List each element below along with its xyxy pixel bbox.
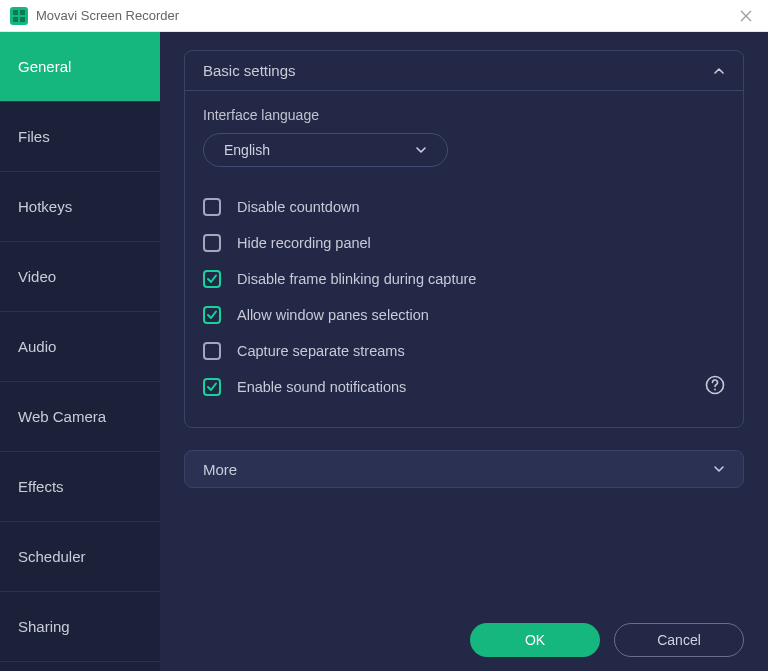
sidebar-item-label: Sharing: [18, 618, 70, 635]
panel-title: More: [203, 461, 237, 478]
panel-title: Basic settings: [203, 62, 296, 79]
close-icon[interactable]: [734, 4, 758, 28]
checkbox-row[interactable]: Allow window panes selection: [203, 297, 725, 333]
sidebar-item-label: Hotkeys: [18, 198, 72, 215]
checkbox-label: Disable frame blinking during capture: [237, 271, 476, 287]
basic-settings-panel: Basic settings Interface language Englis…: [184, 50, 744, 428]
sidebar-item-label: Video: [18, 268, 56, 285]
language-label: Interface language: [203, 107, 725, 123]
ok-button-label: OK: [525, 632, 545, 648]
app-icon: [10, 7, 28, 25]
checkbox[interactable]: [203, 342, 221, 360]
svg-rect-1: [20, 10, 25, 15]
sidebar-item-label: Files: [18, 128, 50, 145]
checkbox-row[interactable]: Hide recording panel: [203, 225, 725, 261]
sidebar-item-label: Web Camera: [18, 408, 106, 425]
basic-settings-body: Interface language English Disable count…: [185, 91, 743, 427]
checkbox-row[interactable]: Enable sound notifications: [203, 369, 725, 405]
sidebar-item-video[interactable]: Video: [0, 242, 160, 312]
chevron-down-icon: [713, 463, 725, 475]
sidebar-item-effects[interactable]: Effects: [0, 452, 160, 522]
checkbox-label: Hide recording panel: [237, 235, 371, 251]
sidebar-item-general[interactable]: General: [0, 32, 160, 102]
checkbox[interactable]: [203, 198, 221, 216]
checkbox[interactable]: [203, 306, 221, 324]
checkbox-label: Capture separate streams: [237, 343, 405, 359]
checkbox-row[interactable]: Disable frame blinking during capture: [203, 261, 725, 297]
sidebar-item-scheduler[interactable]: Scheduler: [0, 522, 160, 592]
checkbox[interactable]: [203, 270, 221, 288]
sidebar-item-files[interactable]: Files: [0, 102, 160, 172]
sidebar-item-label: Effects: [18, 478, 64, 495]
svg-rect-0: [13, 10, 18, 15]
checkbox-row[interactable]: Capture separate streams: [203, 333, 725, 369]
language-value: English: [224, 142, 270, 158]
sidebar-item-label: Scheduler: [18, 548, 86, 565]
checkbox[interactable]: [203, 234, 221, 252]
svg-rect-2: [13, 17, 18, 22]
sidebar-item-web-camera[interactable]: Web Camera: [0, 382, 160, 452]
help-icon[interactable]: [705, 375, 725, 399]
content-area: Basic settings Interface language Englis…: [160, 32, 768, 671]
preferences-window: Movavi Screen Recorder General Files Hot…: [0, 0, 768, 671]
sidebar-item-label: General: [18, 58, 71, 75]
chevron-down-icon: [415, 144, 427, 156]
sidebar: General Files Hotkeys Video Audio Web Ca…: [0, 32, 160, 671]
ok-button[interactable]: OK: [470, 623, 600, 657]
basic-settings-header[interactable]: Basic settings: [185, 51, 743, 91]
chevron-up-icon: [713, 65, 725, 77]
window-title: Movavi Screen Recorder: [36, 8, 734, 23]
svg-rect-3: [20, 17, 25, 22]
checkbox[interactable]: [203, 378, 221, 396]
more-panel[interactable]: More: [184, 450, 744, 488]
sidebar-item-hotkeys[interactable]: Hotkeys: [0, 172, 160, 242]
checkbox-label: Enable sound notifications: [237, 379, 406, 395]
cancel-button[interactable]: Cancel: [614, 623, 744, 657]
sidebar-item-label: Audio: [18, 338, 56, 355]
language-dropdown[interactable]: English: [203, 133, 448, 167]
svg-point-5: [714, 389, 716, 391]
checkbox-label: Disable countdown: [237, 199, 360, 215]
cancel-button-label: Cancel: [657, 632, 701, 648]
titlebar: Movavi Screen Recorder: [0, 0, 768, 32]
footer: OK Cancel: [184, 609, 744, 657]
sidebar-item-audio[interactable]: Audio: [0, 312, 160, 382]
checkbox-label: Allow window panes selection: [237, 307, 429, 323]
checkbox-row[interactable]: Disable countdown: [203, 189, 725, 225]
sidebar-item-sharing[interactable]: Sharing: [0, 592, 160, 662]
app-body: General Files Hotkeys Video Audio Web Ca…: [0, 32, 768, 671]
